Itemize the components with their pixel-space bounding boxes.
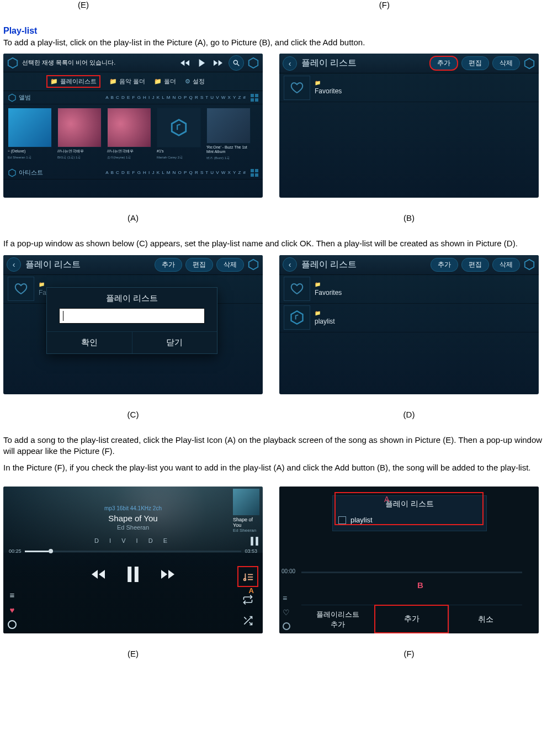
svg-marker-5 [172,120,186,135]
queue-icon[interactable]: ≡ [10,590,15,600]
seek-track[interactable] [25,551,242,552]
name-popup: 플레이 리스트 확인 닫기 [46,287,217,354]
search-icon[interactable] [229,55,244,71]
para2: If a pop-up window as shown below (C) ap… [3,238,544,249]
menu-hex-icon[interactable] [247,57,259,69]
top-label-row: (E) (F) [3,0,544,9]
album-card[interactable]: ///나는연극배우조이(heyne) 1곡 [107,108,151,161]
time-total: 03:53 [245,548,257,554]
add-button-highlighted[interactable]: 추가 [429,56,458,71]
section-title: Play-list [3,26,544,36]
edit-button[interactable]: 편집 [461,56,489,70]
playlist-icon-highlighted[interactable] [237,566,258,587]
grid-view-icon[interactable] [251,169,258,177]
add-button[interactable]: 추가 [431,258,458,272]
figure-row-AB: 선택한 재생 목록이 비어 있습니다. 📁플레이리스트 📁음악 폴더 📁폴더 ⚙… [3,54,544,223]
screen-title: 플레이 리스트 [25,259,151,271]
edit-button[interactable]: 편집 [185,258,213,272]
album-card[interactable]: #1'sMariah Carey 2곡 [157,108,201,161]
label-F-top: (F) [163,0,439,9]
seek-track[interactable] [301,572,522,573]
delete-button[interactable]: 삭제 [216,258,244,272]
svg-marker-9 [525,260,534,269]
playlist-item-favorites[interactable]: 📁Favorites [279,275,539,304]
menu-hex-icon[interactable] [247,258,259,271]
empty-queue-message: 선택한 재생 목록이 비어 있습니다. [22,59,177,67]
menu-hex-icon[interactable] [523,57,535,70]
figure-row-CD: ‹ 플레이 리스트 추가 편집 삭제 📁Favo 플레이 리스트 확인 닫기 (… [3,255,544,419]
figure-A: 선택한 재생 목록이 비어 있습니다. 📁플레이리스트 📁음악 폴더 📁폴더 ⚙… [3,54,263,223]
next-icon[interactable] [158,564,178,584]
svg-marker-6 [9,169,15,176]
svg-marker-4 [9,94,15,101]
screenshot-E: Shape of You Ed Sheeran mp3 16bit 44.1KH… [3,487,263,633]
svg-line-2 [237,64,240,66]
play-icon[interactable] [193,56,210,70]
album-card[interactable]: ÷ (Deluxe)Ed Sheeran 1곡 [8,108,52,161]
playlist-item-favorites[interactable]: 📁Favorites [279,73,539,102]
tab-settings[interactable]: ⚙설정 [185,77,205,86]
tab-music-folder[interactable]: 📁음악 폴더 [109,77,145,86]
alpha-index[interactable]: A B C D E F G H I J K L M N O P Q R S T … [43,170,246,175]
add-button[interactable]: 추가 [155,258,182,272]
album-hex-icon [8,93,17,102]
alpha-index[interactable]: A B C D E F G H I J K L M N O P Q R S T … [31,95,246,100]
item-label: Favorites [315,289,342,297]
queue-icon[interactable]: ≡ [283,594,290,602]
tab-playlist-highlighted[interactable]: 📁플레이리스트 [46,75,100,88]
tab-folder[interactable]: 📁폴더 [154,77,176,86]
record-icon[interactable] [8,620,17,629]
album-card[interactable]: 'Re:One' - Buzz The 1st Mini Album버즈 (Bu… [206,108,251,161]
pause-icon[interactable] [120,562,146,587]
label-B: (B) [403,213,415,223]
artist-hex-icon [8,168,17,177]
prev-icon[interactable] [88,564,108,584]
label-A: (A) [128,213,139,223]
song-artist: Ed Sheeran [9,524,257,531]
mini-title: Shape of You [233,517,259,528]
marker-A-box [334,492,484,525]
row-album-label: 앨범 [19,93,31,102]
song-title: Shape of You [9,514,257,523]
back-button[interactable]: ‹ [283,257,297,272]
close-button[interactable]: 닫기 [132,331,217,353]
popup-title: 플레이 리스트 [47,288,217,308]
add-button-highlighted[interactable]: 추가 [374,605,449,633]
grid-view-icon[interactable] [251,94,258,102]
svg-marker-0 [8,58,18,68]
heart-icon [284,76,310,100]
next-icon[interactable] [210,56,226,70]
menu-hex-icon[interactable] [523,258,535,271]
edit-button[interactable]: 편집 [461,258,489,272]
repeat-icon[interactable] [240,591,256,608]
favorite-icon[interactable]: ♡ [283,608,290,617]
back-button[interactable]: ‹ [7,257,21,272]
favorite-icon[interactable]: ♥ [10,605,15,615]
shuffle-icon[interactable] [240,612,256,629]
folder-music-icon: 📁 [50,78,58,85]
add-playlist-button[interactable]: 플레이리스트 추가 [301,605,374,633]
left-icons: ≡ ♡ [283,594,290,633]
svg-point-1 [233,60,237,64]
back-button[interactable]: ‹ [283,56,297,71]
delete-button[interactable]: 삭제 [492,56,520,70]
intro-text: To add a play-list, click on the play-li… [3,37,544,48]
item-label: playlist [315,318,335,325]
delete-button[interactable]: 삭제 [492,258,520,272]
playlist-name-input[interactable] [59,308,205,324]
format-meta: mp3 16bit 44.1KHz 2ch [9,505,257,511]
ok-button[interactable]: 확인 [47,331,132,353]
mini-pause-icon[interactable] [249,536,259,546]
screen-title: 플레이 리스트 [301,57,426,69]
screenshot-F: 플레이 리스트 playlist A 00:00 ≡ ♡ B 플레이리스트 추가… [279,487,539,633]
heart-icon [8,277,34,301]
prev-icon[interactable] [177,56,193,70]
folder-icon: 📁 [315,282,342,287]
cancel-button[interactable]: 취소 [449,605,522,633]
record-icon[interactable] [283,622,290,630]
mini-nowplaying[interactable]: Shape of You Ed Sheeran [233,489,259,546]
screenshot-C: ‹ 플레이 리스트 추가 편집 삭제 📁Favo 플레이 리스트 확인 닫기 [3,255,263,394]
playlist-item-playlist[interactable]: 📁playlist [279,304,539,332]
marker-B-label: B [417,580,423,590]
album-card[interactable]: ///나는연극배우BIG곡 (1곡) 1곡 [57,108,102,161]
